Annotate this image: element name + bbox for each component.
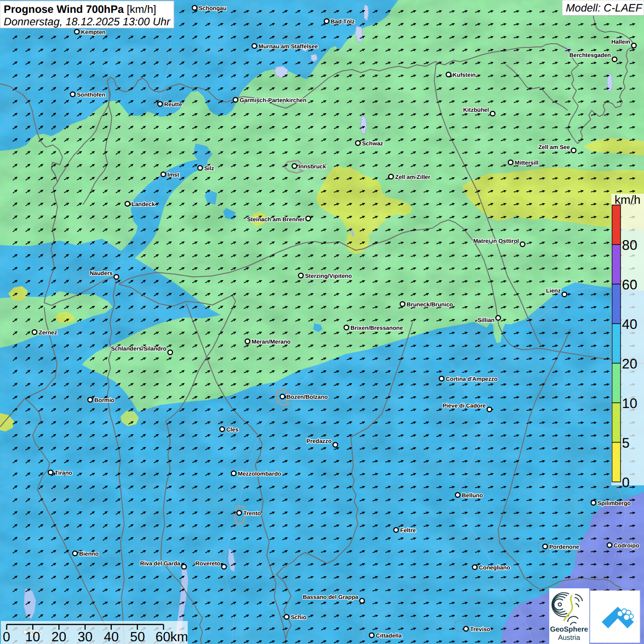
svg-text:Berchtesgaden: Berchtesgaden bbox=[569, 52, 611, 58]
svg-text:Predazzo: Predazzo bbox=[306, 438, 332, 444]
svg-text:Matrei in Osttirol: Matrei in Osttirol bbox=[473, 238, 519, 244]
svg-text:Tirano: Tirano bbox=[55, 470, 72, 476]
svg-text:50: 50 bbox=[130, 630, 145, 644]
svg-text:Pordenone: Pordenone bbox=[549, 544, 579, 550]
svg-text:Schwaz: Schwaz bbox=[362, 140, 383, 147]
svg-text:Lienz: Lienz bbox=[546, 288, 561, 294]
svg-text:0: 0 bbox=[3, 630, 10, 644]
svg-text:Rovereto: Rovereto bbox=[196, 560, 221, 567]
svg-text:30: 30 bbox=[78, 630, 92, 644]
svg-text:Mittersill: Mittersill bbox=[515, 160, 538, 166]
svg-text:Donnerstag, 18.12.2025 13:00 U: Donnerstag, 18.12.2025 13:00 Uhr bbox=[4, 16, 171, 28]
svg-text:Cittadella: Cittadella bbox=[376, 632, 402, 639]
svg-text:Bormio: Bormio bbox=[94, 397, 115, 403]
svg-text:Sterzing/Vipiteno: Sterzing/Vipiteno bbox=[305, 273, 352, 279]
svg-text:Landeck: Landeck bbox=[132, 201, 155, 207]
svg-text:Steinach am Brenner: Steinach am Brenner bbox=[247, 216, 305, 223]
svg-text:Nauders: Nauders bbox=[90, 270, 113, 276]
svg-text:Pieve di Cadore: Pieve di Cadore bbox=[443, 402, 486, 409]
svg-text:10: 10 bbox=[25, 630, 40, 644]
svg-text:5: 5 bbox=[622, 436, 630, 451]
svg-text:40: 40 bbox=[104, 630, 119, 644]
svg-text:Silz: Silz bbox=[204, 165, 214, 172]
svg-text:40: 40 bbox=[622, 317, 637, 332]
svg-text:Sonthofen: Sonthofen bbox=[77, 92, 105, 98]
svg-text:Kitzbühel: Kitzbühel bbox=[463, 107, 489, 113]
svg-text:20: 20 bbox=[622, 356, 637, 372]
svg-text:80: 80 bbox=[622, 238, 637, 253]
svg-text:Garmisch-Partenkirchen: Garmisch-Partenkirchen bbox=[240, 97, 306, 104]
svg-text:Riva del Garda: Riva del Garda bbox=[140, 560, 181, 567]
svg-text:Kufstein: Kufstein bbox=[453, 72, 476, 78]
svg-text:Murnau am Staffelsee: Murnau am Staffelsee bbox=[259, 43, 318, 50]
svg-text:Innsbruck: Innsbruck bbox=[299, 163, 326, 170]
svg-text:Mezzolombardo: Mezzolombardo bbox=[238, 471, 282, 477]
svg-text:Cortina d'Ampezzo: Cortina d'Ampezzo bbox=[446, 376, 498, 382]
svg-text:Belluno: Belluno bbox=[462, 492, 483, 499]
svg-text:Kempten: Kempten bbox=[81, 29, 105, 35]
svg-text:km/h: km/h bbox=[615, 193, 640, 207]
svg-text:Bad Tölz: Bad Tölz bbox=[331, 18, 355, 25]
svg-text:Austria: Austria bbox=[558, 634, 581, 642]
svg-text:Bruneck/Brunico: Bruneck/Brunico bbox=[407, 301, 453, 308]
svg-text:0: 0 bbox=[622, 475, 630, 490]
svg-text:Modell: C-LAEF: Modell: C-LAEF bbox=[566, 2, 643, 14]
svg-text:Schio: Schio bbox=[291, 614, 306, 621]
svg-text:Schlanders/Silandro: Schlanders/Silandro bbox=[111, 345, 167, 352]
svg-text:Schongau: Schongau bbox=[199, 5, 226, 12]
svg-text:Meran/Merano: Meran/Merano bbox=[252, 339, 291, 345]
svg-text:Trento: Trento bbox=[243, 510, 261, 517]
svg-text:Prognose Wind 700hPa [km/h]: Prognose Wind 700hPa [km/h] bbox=[4, 3, 156, 15]
svg-text:Sillian: Sillian bbox=[477, 317, 494, 323]
svg-text:Zell am Ziller: Zell am Ziller bbox=[395, 174, 431, 180]
svg-text:Hallein: Hallein bbox=[611, 39, 630, 45]
svg-text:Codroipo: Codroipo bbox=[614, 542, 639, 549]
svg-text:60km: 60km bbox=[155, 630, 188, 644]
svg-text:Treviso: Treviso bbox=[470, 626, 490, 632]
svg-text:Imst: Imst bbox=[167, 172, 180, 178]
svg-text:10: 10 bbox=[622, 396, 637, 411]
svg-text:Bassano del Grappa: Bassano del Grappa bbox=[303, 594, 359, 600]
svg-text:Bienno: Bienno bbox=[79, 551, 99, 557]
svg-text:Bozen/Bolzano: Bozen/Bolzano bbox=[287, 394, 328, 400]
svg-text:Zernez: Zernez bbox=[39, 329, 57, 336]
svg-text:GeoSphere: GeoSphere bbox=[550, 626, 588, 633]
svg-text:Spilimbergo: Spilimbergo bbox=[598, 500, 631, 506]
svg-text:Reutte: Reutte bbox=[164, 101, 182, 108]
svg-text:Zell am See: Zell am See bbox=[538, 144, 570, 150]
svg-text:Brixen/Bressanone: Brixen/Bressanone bbox=[351, 325, 403, 331]
svg-text:Cles: Cles bbox=[226, 426, 238, 433]
svg-text:60: 60 bbox=[622, 277, 637, 293]
svg-text:Conegliano: Conegliano bbox=[479, 564, 510, 571]
svg-text:20: 20 bbox=[52, 630, 66, 644]
svg-text:Feltre: Feltre bbox=[400, 527, 416, 534]
